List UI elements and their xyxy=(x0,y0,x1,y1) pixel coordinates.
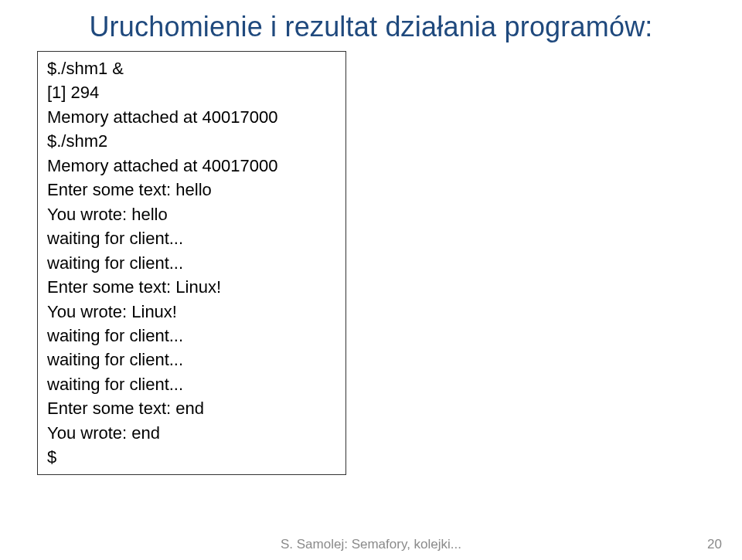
terminal-output-box: $./shm1 & [1] 294 Memory attached at 400… xyxy=(37,51,346,475)
slide-title: Uruchomienie i rezultat działania progra… xyxy=(37,11,705,43)
terminal-line: waiting for client... xyxy=(47,226,336,250)
terminal-line: Enter some text: hello xyxy=(47,178,336,202)
terminal-line: Memory attached at 40017000 xyxy=(47,105,336,129)
terminal-line: $./shm1 & xyxy=(47,56,336,80)
terminal-line: $./shm2 xyxy=(47,129,336,153)
terminal-line: [1] 294 xyxy=(47,80,336,104)
terminal-line: You wrote: Linux! xyxy=(47,300,336,324)
terminal-line: waiting for client... xyxy=(47,372,336,396)
terminal-line: You wrote: end xyxy=(47,421,336,445)
terminal-line: waiting for client... xyxy=(47,324,336,348)
terminal-line: Enter some text: end xyxy=(47,396,336,420)
page-number: 20 xyxy=(707,537,722,552)
footer-text: S. Samolej: Semafory, kolejki... xyxy=(0,537,742,552)
terminal-line: You wrote: hello xyxy=(47,202,336,226)
terminal-line: waiting for client... xyxy=(47,348,336,372)
terminal-line: Enter some text: Linux! xyxy=(47,275,336,299)
terminal-line: Memory attached at 40017000 xyxy=(47,154,336,178)
terminal-line: waiting for client... xyxy=(47,251,336,275)
terminal-line: $ xyxy=(47,445,336,469)
